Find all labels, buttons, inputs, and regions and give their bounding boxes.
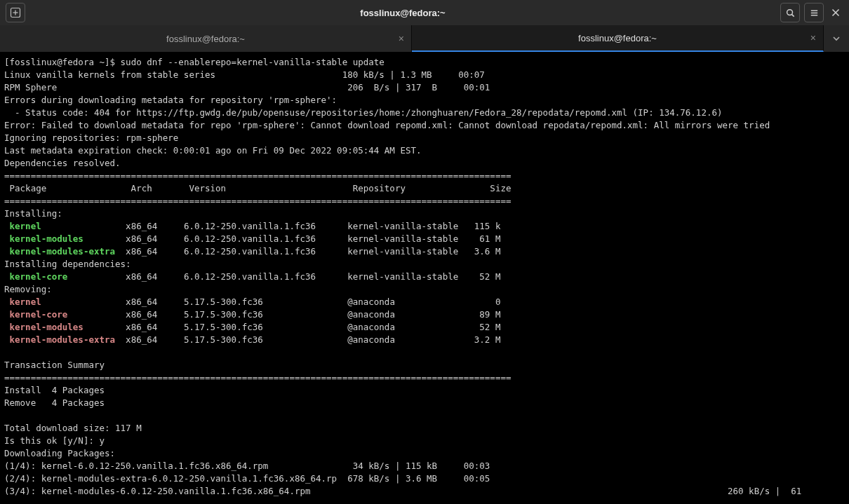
- terminal-output[interactable]: [fosslinux@fedora ~]$ sudo dnf --enabler…: [0, 52, 849, 504]
- svg-point-3: [787, 9, 792, 15]
- menu-button[interactable]: [804, 3, 824, 22]
- svg-line-4: [791, 14, 794, 16]
- window-title: fosslinux@fedora:~: [31, 8, 775, 18]
- tabs-dropdown-button[interactable]: [824, 25, 849, 52]
- tab-label: fosslinux@fedora:~: [166, 34, 245, 44]
- close-window-button[interactable]: [828, 5, 843, 20]
- tab-0[interactable]: fosslinux@fedora:~ ×: [0, 25, 412, 52]
- close-tab-icon[interactable]: ×: [810, 32, 816, 43]
- search-button[interactable]: [780, 3, 800, 22]
- tab-1[interactable]: fosslinux@fedora:~ ×: [412, 25, 824, 52]
- close-tab-icon[interactable]: ×: [399, 33, 404, 44]
- tab-label: fosslinux@fedora:~: [578, 33, 657, 43]
- titlebar: fosslinux@fedora:~: [0, 0, 849, 25]
- tabbar: fosslinux@fedora:~ × fosslinux@fedora:~ …: [0, 25, 849, 52]
- new-tab-button[interactable]: [6, 3, 25, 22]
